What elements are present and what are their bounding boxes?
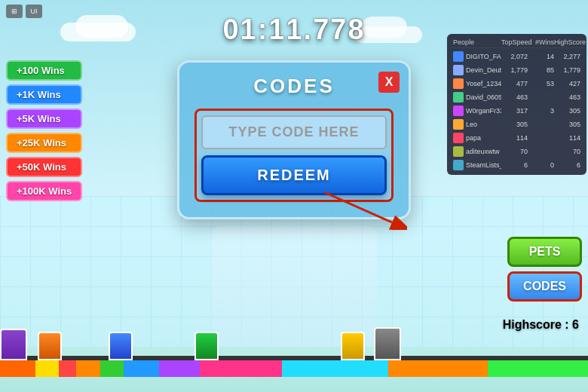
lb-topspeed-3: 463	[501, 93, 528, 101]
lb-name-0: DIGITO_FAN	[466, 53, 501, 60]
character-5	[374, 327, 401, 360]
leaderboard-header: People TopSpeed #Wins HighScore	[450, 37, 583, 48]
lb-avatar-6	[453, 133, 464, 143]
lb-highscore-3: 463	[554, 93, 580, 101]
lb-row-5: Leo 305 305	[450, 118, 583, 131]
character-3	[194, 332, 219, 360]
lb-wins-4: 3	[528, 107, 554, 115]
lb-highscore-8: 6	[554, 161, 580, 169]
ui-icons-panel: ⊞ UI	[6, 5, 42, 18]
lb-name-3: David_06052015	[466, 93, 501, 101]
lb-name-7: aditeuxwtw	[466, 148, 501, 155]
cloud-4	[362, 17, 407, 38]
lb-wins-8: 0	[528, 161, 554, 169]
lb-name-8: SteamLists_com	[466, 161, 501, 169]
highscore-value: 6	[572, 318, 579, 331]
win-badge-50k[interactable]: +50K Wins	[6, 157, 82, 177]
lb-highscore-1: 1,779	[554, 66, 580, 74]
lb-highscore-6: 114	[554, 134, 580, 142]
lb-topspeed-2: 477	[501, 80, 528, 87]
lb-row-0: DIGITO_FAN 2,072 14 2,277	[450, 50, 583, 63]
lb-row-2: Yosef_123456780909 477 53 427	[450, 77, 583, 90]
lb-wins-1: 85	[528, 66, 554, 74]
lb-topspeed-6: 114	[501, 134, 528, 142]
pb-segment-3	[76, 360, 100, 377]
character-0	[0, 329, 27, 360]
lb-highscore-4: 305	[554, 107, 580, 115]
ui-label: UI	[26, 5, 42, 18]
pb-segment-7: 1K	[200, 360, 282, 377]
lb-avatar-0	[453, 51, 464, 62]
win-badge-100k[interactable]: +100K Wins	[6, 181, 82, 201]
lb-avatar-4	[453, 106, 464, 116]
win-badge-100[interactable]: +100 Wins	[6, 60, 82, 81]
win-badge-25k[interactable]: +25K Wins	[6, 133, 82, 153]
pb-segment-8: 25K	[282, 360, 387, 377]
lb-row-1: Devin_Deutschland 1,779 85 1,779	[450, 63, 583, 77]
cloud-2	[75, 15, 128, 38]
leaderboard-panel: People TopSpeed #Wins HighScore DIGITO_F…	[447, 34, 586, 175]
character-2	[109, 332, 133, 360]
right-buttons-panel: PETS CODES	[507, 237, 582, 302]
pb-segment-5	[124, 360, 159, 377]
wins-panel: +100 Wins +1K Wins +5K Wins +25K Wins +5…	[6, 60, 82, 201]
win-badge-5k[interactable]: +5K Wins	[6, 109, 82, 129]
lb-highscore-7: 70	[554, 148, 580, 155]
close-modal-button[interactable]: X	[378, 72, 400, 93]
lb-row-3: David_06052015 463 463	[450, 90, 583, 104]
lb-row-6: papa 114 114	[450, 131, 583, 145]
pb-segment-10: 5K	[488, 360, 588, 377]
game-timer: 01:11.778	[222, 14, 365, 46]
lb-topspeed-4: 317	[501, 107, 528, 115]
pb-segment-9: 50K	[388, 360, 488, 377]
codes-button[interactable]: CODES	[507, 271, 582, 302]
arrow-indicator	[317, 185, 407, 230]
lb-avatar-8	[453, 160, 464, 170]
lb-wins-2: 53	[528, 80, 554, 87]
pb-segment-2: 25	[59, 360, 76, 377]
characters-row	[0, 327, 588, 360]
modal-title: CODES	[253, 75, 334, 98]
pb-segment-6: 500	[159, 360, 201, 377]
code-input[interactable]	[201, 115, 387, 149]
lb-highscore-0: 2,277	[554, 53, 580, 60]
highscore-label: Highscore :	[503, 318, 569, 331]
lb-row-4: W0rganFr33man 317 3 305	[450, 104, 583, 118]
lb-name-4: W0rganFr33man	[466, 107, 501, 115]
character-1	[38, 332, 62, 360]
lb-avatar-7	[453, 146, 464, 157]
pb-segment-4: 50	[100, 360, 124, 377]
character-4	[341, 332, 365, 360]
lb-highscore-2: 427	[554, 80, 580, 87]
lb-wins-0: 14	[528, 53, 554, 60]
lb-highscore-5: 305	[554, 121, 580, 128]
pets-button[interactable]: PETS	[507, 237, 582, 267]
grid-icon: ⊞	[6, 5, 23, 18]
lb-avatar-2	[453, 78, 464, 89]
progress-bar: 100K 10K 25 50 500 1K 25K 50K 5K	[0, 360, 588, 377]
lb-row-8: SteamLists_com 6 0 6	[450, 158, 583, 172]
win-badge-1k[interactable]: +1K Wins	[6, 84, 82, 105]
highscore-display: Highscore : 6	[503, 318, 579, 332]
lb-col-topspeed: TopSpeed	[501, 38, 528, 46]
lb-row-7: aditeuxwtw 70 70	[450, 145, 583, 158]
lb-avatar-3	[453, 92, 464, 103]
lb-avatar-1	[453, 65, 464, 75]
lb-topspeed-8: 6	[501, 161, 528, 169]
lb-topspeed-1: 1,779	[501, 66, 528, 74]
lb-col-highscore: HighScore	[554, 38, 580, 46]
lb-col-people: People	[453, 38, 501, 46]
lb-avatar-5	[453, 119, 464, 130]
lb-col-wins: #Wins	[528, 38, 554, 46]
pb-segment-0: 10K	[0, 360, 35, 377]
lb-topspeed-5: 305	[501, 121, 528, 128]
lb-topspeed-7: 70	[501, 148, 528, 155]
lb-name-5: Leo	[466, 121, 501, 128]
lb-topspeed-0: 2,072	[501, 53, 528, 60]
pb-segment-1	[35, 360, 59, 377]
lb-name-1: Devin_Deutschland	[466, 66, 501, 74]
lb-name-6: papa	[466, 134, 501, 142]
modal-header: CODES X	[194, 75, 394, 98]
svg-line-1	[324, 192, 392, 222]
lb-name-2: Yosef_123456780909	[466, 80, 501, 87]
